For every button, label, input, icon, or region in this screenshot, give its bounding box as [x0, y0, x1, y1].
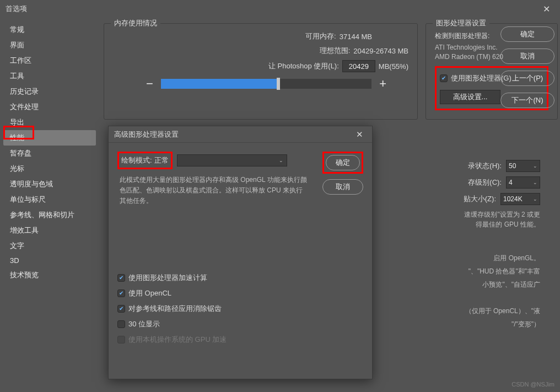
sidebar-item-cursor[interactable]: 光标 — [3, 161, 96, 176]
opencl-label: 使用 OpenCL — [128, 288, 171, 298]
sidebar-item-techpreview[interactable]: 技术预览 — [3, 267, 96, 283]
cache-levels-label: 存级别(C): — [468, 178, 502, 187]
mem-let-unit: MB(55%) — [379, 62, 408, 71]
mem-ideal-label: 理想范围: — [320, 46, 351, 56]
sidebar-item-tools[interactable]: 工具 — [3, 68, 96, 84]
tile-size-label: 贴大小(Z): — [464, 194, 496, 204]
use-gpu-checkbox[interactable] — [440, 74, 448, 82]
close-icon[interactable]: ✕ — [539, 2, 554, 17]
modal-title: 高级图形处理器设置 — [114, 130, 353, 139]
memory-title: 内存使用情况 — [111, 18, 160, 28]
cache-hint-1: 速缓存级别"设置为 2 或更 — [464, 211, 540, 218]
sidebar-item-3d[interactable]: 3D — [3, 254, 96, 267]
sidebar-item-workspace[interactable]: 工作区 — [3, 53, 96, 68]
sidebar-item-performance[interactable]: 性能 — [3, 130, 96, 146]
sidebar-item-export[interactable]: 导出 — [3, 115, 96, 130]
peek-line-5: "/"变形"） — [433, 318, 540, 331]
draw-mode-value-text: 正常 — [154, 155, 169, 165]
draw-mode-label: 绘制模式: — [121, 155, 152, 165]
slider-minus-icon[interactable]: − — [146, 77, 153, 91]
prev-button[interactable]: 上一个(P) — [500, 71, 554, 86]
peek-line-2: "、"HUD 拾色器"和"丰富 — [433, 265, 540, 278]
slider-plus-icon[interactable]: + — [379, 77, 386, 91]
sidebar-item-general[interactable]: 常规 — [3, 22, 96, 37]
sidebar-item-scratch[interactable]: 暂存盘 — [3, 146, 96, 161]
modal-ok-button[interactable]: 确定 — [326, 155, 360, 170]
peek-line-4: （仅用于 OpenCL）、"液 — [433, 304, 540, 318]
sidebar-item-interface[interactable]: 界面 — [3, 37, 96, 53]
cache-levels-select[interactable]: 4⌄ — [506, 176, 540, 189]
sidebar-item-history[interactable]: 历史记录 — [3, 84, 96, 99]
mem-available-value: 37144 MB — [340, 33, 372, 41]
mode-label-highlight: 绘制模式: 正常 — [117, 152, 173, 169]
sidebar-item-type[interactable]: 文字 — [3, 238, 96, 254]
sidebar-item-filehandling[interactable]: 文件处理 — [3, 99, 96, 115]
cache-hint-2: 得最佳的 GPU 性能。 — [476, 221, 540, 228]
native-gpu-label: 使用本机操作系统的 GPU 加速 — [128, 335, 227, 345]
peek-line-3: 小预览"、"自适应广 — [433, 278, 540, 291]
modal-ok-highlight: 确定 — [322, 152, 363, 174]
draw-mode-description: 此模式使用大量的图形处理器内存和高级 OpenGL 功能来执行颜色匹配、色调映射… — [120, 175, 307, 207]
peek-line-1: 启用 OpenGL。 — [433, 251, 540, 265]
modal-close-icon[interactable]: ✕ — [353, 128, 367, 141]
modal-cancel-button[interactable]: 取消 — [322, 179, 363, 195]
native-gpu-checkbox — [117, 336, 125, 343]
mem-let-input[interactable] — [342, 60, 375, 72]
accel-label: 使用图形处理器加速计算 — [128, 273, 207, 283]
ok-button[interactable]: 确定 — [500, 26, 554, 42]
history-states-select[interactable]: 50⌄ — [506, 160, 540, 172]
watermark: CSDN @NSJim — [511, 381, 554, 388]
memory-group: 内存使用情况 可用内存: 37144 MB 理想范围: 20429-26743 … — [104, 23, 418, 120]
cancel-button[interactable]: 取消 — [500, 49, 554, 64]
tile-size-select[interactable]: 1024K⌄ — [500, 193, 540, 205]
history-states-label: 录状态(H): — [468, 161, 502, 171]
mem-available-label: 可用内存: — [305, 31, 336, 41]
bit30-checkbox[interactable] — [117, 320, 125, 328]
antialias-label: 对参考线和路径应用消除锯齿 — [128, 304, 222, 314]
next-button[interactable]: 下一个(N) — [500, 93, 554, 108]
antialias-checkbox[interactable] — [117, 305, 125, 313]
accel-checkbox[interactable] — [117, 274, 125, 282]
gpu-title: 图形处理器设置 — [433, 18, 489, 28]
sidebar: 常规 界面 工作区 工具 历史记录 文件处理 导出 性能 暂存盘 光标 透明度与… — [0, 18, 99, 392]
mem-let-label: 让 Photoshop 使用(L): — [268, 61, 339, 71]
mem-ideal-value: 20429-26743 MB — [353, 47, 408, 55]
draw-mode-select[interactable]: ⌄ — [177, 154, 287, 167]
advanced-gpu-dialog: 高级图形处理器设置 ✕ 绘制模式: 正常 ⌄ 此模式使用大量的图形处理器内存和高… — [108, 126, 373, 379]
opencl-checkbox[interactable] — [117, 289, 125, 297]
bit30-label: 30 位显示 — [128, 319, 160, 329]
advanced-settings-button[interactable]: 高级设置... — [440, 90, 500, 104]
window-title: 首选项 — [6, 4, 539, 14]
sidebar-item-transparency[interactable]: 透明度与色域 — [3, 176, 96, 192]
mem-slider[interactable] — [161, 79, 371, 89]
sidebar-item-guides[interactable]: 参考线、网格和切片 — [3, 207, 96, 223]
sidebar-item-units[interactable]: 单位与标尺 — [3, 192, 96, 207]
sidebar-item-plugins[interactable]: 增效工具 — [3, 223, 96, 238]
